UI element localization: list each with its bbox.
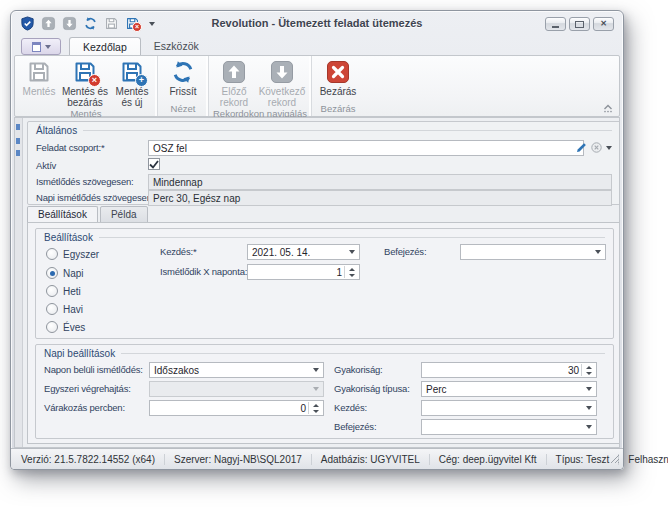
dropdown-icon[interactable]: [591, 246, 604, 258]
tab-eszkozok[interactable]: Eszközök: [141, 37, 212, 55]
file-menu-icon: [32, 42, 41, 52]
radio-napi-label[interactable]: Napi: [63, 267, 84, 280]
napi-ismetlodes-field: Perc 30, Egész nap: [148, 190, 612, 206]
elozo-rekord-button[interactable]: Előző rekord: [212, 57, 256, 108]
button-label: Bezárás: [320, 86, 357, 97]
file-menu-button[interactable]: [21, 38, 61, 55]
page-tabs: Beállítások Példa: [27, 206, 150, 223]
radio-napi[interactable]: [46, 267, 58, 279]
feladat-csoport-tools: [576, 140, 612, 156]
spinner-icon[interactable]: [581, 364, 595, 376]
dropdown-icon[interactable]: [606, 146, 612, 150]
qat-refresh-button[interactable]: [82, 15, 99, 32]
napon-beluli-combo[interactable]: Időszakos: [149, 362, 324, 378]
minimize-button[interactable]: [545, 17, 566, 31]
mentes-es-uj-button[interactable]: Mentés és új: [110, 57, 154, 108]
spinner-icon[interactable]: [308, 402, 322, 414]
napi-kezdes-combo[interactable]: [421, 400, 597, 416]
dock-tick-icon: [16, 150, 20, 156]
bezaras-button[interactable]: Bezárás: [315, 57, 361, 97]
docked-panel-strip[interactable]: [15, 118, 23, 447]
chevron-down-icon: [149, 22, 155, 26]
ribbon-tabs: Kezdőlap Eszközök: [69, 37, 212, 55]
button-label: Mentés: [23, 86, 56, 97]
clear-icon[interactable]: [591, 139, 602, 157]
varakozas-label: Várakozás percben:: [44, 400, 125, 415]
napi-befejezes-combo[interactable]: [421, 419, 597, 435]
radio-eves[interactable]: [46, 321, 58, 333]
napon-beluli-value: Időszakos: [154, 365, 199, 376]
napi-befejezes-label: Befejezés:: [334, 419, 376, 434]
status-adatbazis: Adatbázis: UGYVITEL: [311, 454, 429, 465]
maximize-button[interactable]: [569, 17, 590, 31]
aktiv-checkbox[interactable]: [148, 158, 160, 170]
desktop: Revolution - Ütemezett feladat ütemezés …: [0, 0, 668, 510]
ismetlodik-label: Ismétlődik X naponta:: [160, 264, 247, 279]
window-controls: [545, 17, 614, 31]
spinner-icon[interactable]: [344, 266, 358, 278]
button-label: Mentés és új: [110, 86, 154, 108]
ribbon: Mentés Mentés és bezárás: [14, 55, 620, 117]
close-button[interactable]: [593, 17, 614, 31]
qat-save-button[interactable]: [103, 15, 120, 32]
radio-heti-label[interactable]: Heti: [63, 285, 81, 298]
gyakorisag-spinner[interactable]: 30: [421, 362, 597, 378]
collapse-ribbon-icon: [602, 103, 614, 113]
dropdown-icon[interactable]: [309, 364, 322, 376]
blue-plus-badge-icon: [135, 74, 148, 87]
resize-grip-icon[interactable]: [610, 454, 620, 466]
tab-kezdolap[interactable]: Kezdőlap: [69, 37, 141, 55]
gyakorisag-tipusa-value: Perc: [426, 384, 447, 395]
groupbox-caption: Napi beállítások: [44, 348, 605, 359]
button-label: Következő rekord: [256, 86, 308, 108]
dropdown-icon[interactable]: [345, 246, 358, 258]
radio-egyszer[interactable]: [46, 248, 58, 260]
status-szerver: Szerver: Nagyj-NB\SQL2017: [164, 454, 311, 465]
feladat-csoport-input[interactable]: OSZ fel: [148, 140, 584, 156]
radio-havi[interactable]: [46, 303, 58, 315]
kezdes-value: 2021. 05. 14.: [252, 247, 310, 258]
ribbon-group-nezet: Frissít Nézet: [157, 56, 208, 116]
edit-icon[interactable]: [576, 139, 587, 157]
mentes-button[interactable]: Mentés: [18, 57, 60, 97]
gyakorisag-tipusa-combo[interactable]: Perc: [421, 381, 597, 397]
dropdown-icon[interactable]: [582, 402, 595, 414]
radio-heti[interactable]: [46, 285, 58, 297]
ismetlodik-spinner[interactable]: 1: [247, 264, 360, 280]
frissit-button[interactable]: Frissít: [161, 57, 205, 97]
mentes-es-bezaras-button[interactable]: Mentés és bezárás: [60, 57, 110, 108]
prev-record-icon: [221, 59, 247, 85]
kovetkezo-rekord-button[interactable]: Következő rekord: [256, 57, 308, 108]
ismetlodik-value: 1: [336, 267, 342, 278]
close-red-icon: [325, 59, 351, 85]
egyszeri-combo: [149, 381, 324, 397]
collapse-ribbon-button[interactable]: [601, 102, 615, 114]
groupbox-altalanos: Általános Feladat csoport:* OSZ fel Aktí…: [27, 121, 620, 205]
napi-kezdes-label: Kezdés:: [334, 400, 367, 415]
tab-beallitasok[interactable]: Beállítások: [27, 206, 98, 223]
radio-havi-label[interactable]: Havi: [63, 303, 83, 316]
dropdown-icon[interactable]: [582, 421, 595, 433]
qat-save-close-button[interactable]: [124, 15, 141, 32]
gyakorisag-tipusa-label: Gyakoriság típusa:: [334, 381, 410, 396]
radio-eves-label[interactable]: Éves: [63, 321, 85, 334]
ismetlodes-value: Mindennap: [153, 177, 202, 188]
close-icon: [600, 20, 607, 28]
qat-down-button[interactable]: [61, 15, 78, 32]
gyakorisag-label: Gyakoriság:: [334, 362, 383, 377]
groupbox-caption: Beállítások: [44, 232, 605, 243]
dropdown-icon[interactable]: [582, 383, 595, 395]
status-bar: Verzió: 21.5.7822.14552 (x64) Szerver: N…: [11, 448, 623, 469]
qat-menu-button[interactable]: [145, 15, 158, 32]
radio-egyszer-label[interactable]: Egyszer: [63, 248, 99, 261]
befejezes-combo[interactable]: [460, 244, 606, 260]
qat-up-button[interactable]: [40, 15, 57, 32]
tab-pelda[interactable]: Példa: [100, 206, 148, 223]
status-felhasznalo: Felhasználó: Revolution: [618, 454, 668, 465]
varakozas-spinner[interactable]: 0: [149, 400, 324, 416]
ribbon-group-mentes: Mentés Mentés és bezárás: [15, 56, 157, 116]
red-x-badge-icon: [132, 22, 142, 32]
app-window: Revolution - Ütemezett feladat ütemezés …: [10, 10, 624, 470]
refresh-icon: [170, 59, 196, 85]
kezdes-date-combo[interactable]: 2021. 05. 14.: [247, 244, 360, 260]
